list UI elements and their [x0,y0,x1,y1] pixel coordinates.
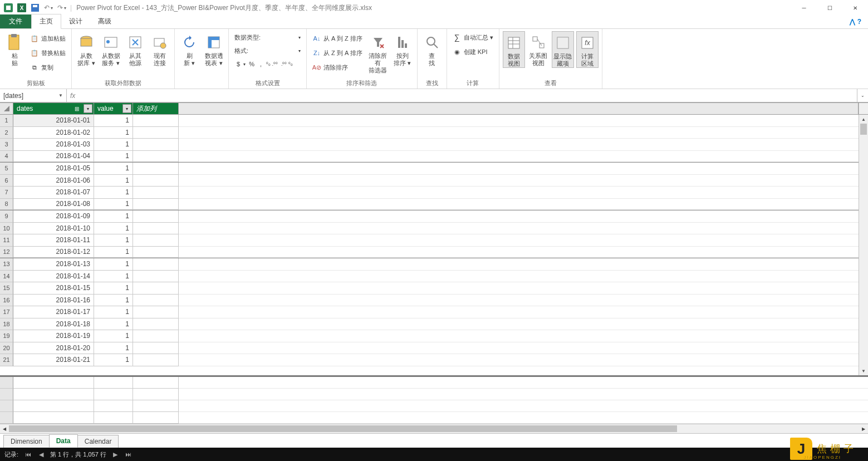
cell-addcol[interactable] [133,223,179,235]
cell-addcol[interactable] [133,139,179,151]
measure-cell[interactable] [94,389,133,400]
scroll-right-icon[interactable]: ▶ [859,426,868,431]
column-header-dates[interactable]: dates ⊞ ▾ [13,103,94,114]
data-view-button[interactable]: 数据 视图 [503,31,525,68]
redo-icon[interactable]: ↷ [57,3,67,13]
measure-cell[interactable] [133,389,179,400]
table-row[interactable]: 32018-01-031 [0,139,859,151]
tab-design[interactable]: 设计 [61,14,90,28]
cell-value[interactable]: 1 [94,234,133,247]
nav-next-icon[interactable]: ▶ [112,451,119,458]
table-row[interactable]: 202018-01-201 [0,342,859,355]
cell-value[interactable]: 1 [94,354,133,366]
cell-value[interactable]: 1 [94,306,133,318]
formula-expand-button[interactable]: ⌄ [857,89,868,102]
sheet-tab-dimension[interactable]: Dimension [3,435,50,448]
table-row[interactable]: 62018-01-061 [0,175,859,187]
cell-value[interactable]: 1 [94,318,133,331]
table-row[interactable]: 192018-01-191 [0,330,859,342]
existing-conn-button[interactable]: 现有 连接 [149,31,171,67]
sheet-tab-data[interactable]: Data [49,434,78,448]
scroll-down-icon[interactable]: ▼ [859,366,868,375]
cell-dates[interactable]: 2018-01-10 [13,223,94,235]
cell-addcol[interactable] [133,271,179,283]
cell-addcol[interactable] [133,234,179,247]
cell-addcol[interactable] [133,282,179,295]
paste-append-button[interactable]: 📋追加粘贴 [28,32,68,45]
cell-dates[interactable]: 2018-01-13 [13,258,94,271]
row-number[interactable]: 21 [0,354,13,366]
from-service-button[interactable]: 从数据 服务 ▾ [100,31,122,67]
row-number[interactable]: 9 [0,210,13,223]
excel-icon[interactable]: X [17,3,27,13]
tab-home[interactable]: 主页 [31,14,61,29]
row-number[interactable]: 8 [0,199,13,210]
measure-row[interactable] [0,400,868,412]
cell-addcol[interactable] [133,210,179,223]
measure-cell[interactable] [94,412,133,424]
formula-input[interactable]: fx [67,89,857,102]
autosum-button[interactable]: ∑自动汇总 ▾ [450,31,496,43]
cell-addcol[interactable] [133,115,179,127]
filter-dropdown-icon[interactable]: ▾ [84,104,92,113]
table-row[interactable]: 52018-01-051 [0,163,859,175]
create-kpi-button[interactable]: ◉创建 KPI [450,46,490,58]
row-number[interactable]: 14 [0,271,13,283]
clear-sort-button[interactable]: A⊘清除排序 [310,61,365,73]
cell-dates[interactable]: 2018-01-20 [13,342,94,355]
close-button[interactable]: ✕ [842,0,868,16]
diagram-view-button[interactable]: 关系图 视图 [527,31,550,67]
cell-value[interactable]: 1 [94,139,133,151]
row-number[interactable]: 6 [0,175,13,187]
cell-value[interactable]: 1 [94,282,133,295]
cell-addcol[interactable] [133,306,179,318]
comma-button[interactable]: , [258,58,264,70]
refresh-button[interactable]: 刷 新 ▾ [178,31,200,67]
table-row[interactable]: 12018-01-011 [0,115,859,127]
cell-dates[interactable]: 2018-01-06 [13,175,94,187]
cell-addcol[interactable] [133,318,179,331]
sort-az-button[interactable]: A↓从 A 到 Z 排序 [310,32,365,45]
row-number[interactable]: 2 [0,127,13,139]
cell-addcol[interactable] [133,151,179,163]
maximize-button[interactable]: ☐ [817,0,842,16]
measure-cell[interactable] [94,400,133,412]
column-header-value[interactable]: value ▾ [94,103,133,114]
from-database-button[interactable]: 从数 据库 ▾ [75,31,97,67]
cell-dates[interactable]: 2018-01-02 [13,127,94,139]
scrollbar-thumb[interactable] [9,425,677,432]
cell-addcol[interactable] [133,295,179,307]
table-row[interactable]: 42018-01-041 [0,151,859,163]
cell-dates[interactable]: 2018-01-11 [13,234,94,247]
scroll-up-icon[interactable]: ▲ [859,115,868,124]
cell-dates[interactable]: 2018-01-18 [13,318,94,331]
from-other-button[interactable]: 从其 他源 [124,31,146,67]
cell-dates[interactable]: 2018-01-16 [13,295,94,307]
table-row[interactable]: 82018-01-081 [0,199,859,211]
cell-value[interactable]: 1 [94,210,133,223]
cell-value[interactable]: 1 [94,127,133,139]
measure-cell[interactable] [13,412,94,424]
row-number[interactable]: 1 [0,115,13,127]
measure-cell[interactable] [94,377,133,389]
cell-value[interactable]: 1 [94,187,133,199]
row-number[interactable]: 10 [0,223,13,235]
cell-dates[interactable]: 2018-01-03 [13,139,94,151]
tab-file[interactable]: 文件 [0,14,31,28]
minimize-button[interactable]: ─ [791,0,817,16]
column-relationship-icon[interactable]: ⊞ [72,104,81,113]
scroll-left-icon[interactable]: ◀ [0,426,9,431]
table-row[interactable]: 212018-01-211 [0,354,859,366]
table-row[interactable]: 102018-01-101 [0,223,859,235]
cell-dates[interactable]: 2018-01-12 [13,247,94,258]
paste-replace-button[interactable]: 📋替换粘贴 [28,47,68,59]
cell-dates[interactable]: 2018-01-21 [13,354,94,366]
percent-button[interactable]: % [247,58,257,70]
nav-last-icon[interactable]: ⏭ [124,451,133,458]
add-column-header[interactable]: 添加列 [133,103,179,114]
cell-dates[interactable]: 2018-01-14 [13,271,94,283]
vertical-scrollbar[interactable]: ▲ ▼ [859,115,868,375]
table-row[interactable]: 142018-01-141 [0,271,859,283]
table-row[interactable]: 92018-01-091 [0,210,859,223]
calc-area-button[interactable]: fx计算 区域 [576,31,599,68]
